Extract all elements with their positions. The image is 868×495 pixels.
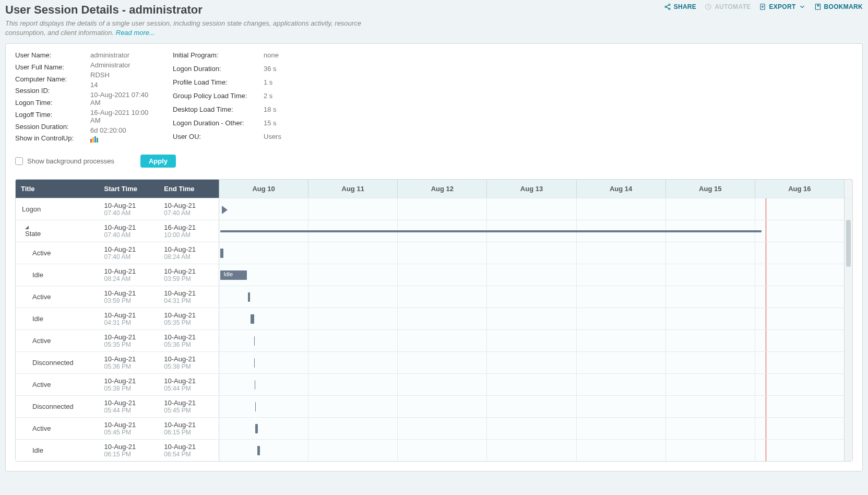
page-subtitle: This report displays the details of a si… — [5, 19, 381, 37]
apply-button[interactable]: Apply — [140, 155, 176, 168]
read-more-link[interactable]: Read more... — [116, 29, 155, 37]
timeline-bar[interactable] — [257, 446, 260, 455]
timeline-bar[interactable] — [248, 292, 250, 302]
values2-3: 2 s — [264, 92, 305, 103]
timeline-bar[interactable] — [254, 358, 255, 368]
row-left: ◢State10-Aug-2107:40 AM16-Aug-2110:00 AM — [16, 220, 219, 242]
row-start: 10-Aug-2107:40 AM — [99, 220, 159, 242]
row-title: Idle — [16, 440, 99, 461]
table-row[interactable]: Active10-Aug-2105:38 PM10-Aug-2105:44 PM — [16, 373, 852, 395]
timeline-bar[interactable] — [251, 314, 254, 324]
controlup-icon[interactable] — [90, 136, 98, 143]
row-title-text: Disconnected — [32, 359, 94, 367]
row-title: Active — [16, 374, 99, 395]
timeline-bar[interactable] — [255, 402, 256, 411]
svg-line-4 — [666, 7, 669, 9]
grid-header-left: Title Start Time End Time — [16, 180, 219, 198]
day-header-6[interactable]: Aug 16 — [755, 180, 844, 198]
table-row[interactable]: Disconnected10-Aug-2105:44 PM10-Aug-2105… — [16, 395, 852, 417]
col-title[interactable]: Title — [16, 180, 99, 198]
bookmark-button[interactable]: BOOKMARK — [814, 3, 863, 10]
table-row[interactable]: ◢State10-Aug-2107:40 AM16-Aug-2110:00 AM — [16, 220, 852, 242]
row-start: 10-Aug-2106:15 PM — [99, 440, 159, 461]
row-left: Disconnected10-Aug-2105:44 PM10-Aug-2105… — [16, 396, 219, 417]
labels2-1: Logon Duration: — [173, 65, 256, 76]
row-title-text: Active — [32, 425, 94, 432]
now-line — [766, 418, 766, 439]
row-title: Logon — [16, 198, 99, 220]
row-title-text: Disconnected — [32, 403, 94, 410]
col-end[interactable]: End Time — [159, 180, 219, 198]
now-line — [766, 440, 766, 461]
scroll-gutter-top — [844, 180, 852, 198]
table-row[interactable]: Logon10-Aug-2107:40 AM10-Aug-2107:40 AM — [16, 198, 852, 220]
values2-6: Users — [264, 133, 305, 144]
day-header-5[interactable]: Aug 15 — [666, 180, 755, 198]
day-header-2[interactable]: Aug 12 — [398, 180, 487, 198]
scroll-thumb[interactable] — [846, 220, 851, 267]
timeline-bar[interactable]: Idle — [220, 270, 246, 280]
row-timeline — [219, 352, 844, 373]
day-header-3[interactable]: Aug 13 — [487, 180, 576, 198]
table-row[interactable]: Active10-Aug-2103:59 PM10-Aug-2104:31 PM — [16, 286, 852, 308]
header-row: User Session Details - administrator Thi… — [5, 3, 863, 37]
now-line — [766, 396, 766, 417]
col-start[interactable]: Start Time — [99, 180, 159, 198]
row-title: Disconnected — [16, 396, 99, 417]
show-background-checkbox[interactable]: Show background processes — [15, 157, 114, 165]
day-header-0[interactable]: Aug 10 — [219, 180, 308, 198]
table-row[interactable]: Idle10-Aug-2106:15 PM10-Aug-2106:54 PM — [16, 439, 852, 461]
values2-1: 36 s — [264, 65, 305, 76]
chevron-down-icon[interactable] — [799, 3, 806, 10]
values1-3: 14 — [90, 81, 158, 89]
export-button[interactable]: EXPORT — [759, 3, 805, 10]
table-row[interactable]: Active10-Aug-2107:40 AM10-Aug-2108:24 AM — [16, 242, 852, 264]
timeline-bar[interactable] — [220, 249, 223, 258]
table-row[interactable]: Disconnected10-Aug-2105:36 PM10-Aug-2105… — [16, 351, 852, 373]
labels1-3: Session ID: — [15, 87, 83, 97]
timeline-bar[interactable] — [255, 424, 257, 433]
row-left: Active10-Aug-2105:38 PM10-Aug-2105:44 PM — [16, 374, 219, 395]
table-row[interactable]: Active10-Aug-2105:45 PM10-Aug-2106:15 PM — [16, 417, 852, 439]
values1-1: Administrator — [90, 61, 158, 69]
values1-5: 16-Aug-2021 10:00 AM — [90, 109, 158, 124]
now-line — [766, 198, 766, 220]
labels1-0: User Name: — [15, 51, 83, 61]
table-row[interactable]: Idle10-Aug-2108:24 AM10-Aug-2103:59 PMId… — [16, 264, 852, 286]
export-icon — [759, 3, 766, 10]
table-row[interactable]: Active10-Aug-2105:35 PM10-Aug-2105:36 PM — [16, 329, 852, 351]
day-header-1[interactable]: Aug 11 — [308, 180, 398, 198]
logon-marker-icon — [222, 206, 228, 214]
row-timeline — [219, 286, 844, 308]
page: User Session Details - administrator Thi… — [0, 0, 868, 472]
row-end: 10-Aug-2106:54 PM — [159, 440, 219, 461]
table-row[interactable]: Idle10-Aug-2104:31 PM10-Aug-2105:35 PM — [16, 308, 852, 329]
row-timeline — [219, 242, 844, 264]
timeline-bar[interactable] — [255, 380, 255, 390]
row-title-text: Idle — [32, 315, 94, 323]
collapse-caret-icon[interactable]: ◢ — [25, 225, 92, 230]
timeline-bar[interactable] — [254, 336, 255, 346]
row-start: 10-Aug-2108:24 AM — [99, 264, 159, 286]
details-labels-1: User Name:User Full Name:Computer Name:S… — [15, 51, 83, 144]
row-title-text: Active — [32, 381, 94, 388]
row-end: 16-Aug-2110:00 AM — [159, 220, 219, 242]
checkbox-label: Show background processes — [27, 157, 114, 165]
row-start: 10-Aug-2103:59 PM — [99, 286, 159, 308]
controls-row: Show background processes Apply — [15, 155, 853, 168]
subtitle-text: This report displays the details of a si… — [5, 19, 361, 37]
row-end: 10-Aug-2105:36 PM — [159, 330, 219, 351]
timeline-bar[interactable] — [220, 230, 762, 232]
now-line — [766, 330, 766, 351]
vertical-scrollbar[interactable] — [844, 218, 852, 461]
day-header-4[interactable]: Aug 14 — [577, 180, 666, 198]
values1-2: RDSH — [90, 71, 158, 79]
labels1-1: User Full Name: — [15, 63, 83, 73]
row-start: 10-Aug-2105:38 PM — [99, 374, 159, 395]
details-values-2: none36 s1 s2 s18 s15 sUsers — [264, 51, 305, 144]
values1-6: 6d 02:20:00 — [90, 126, 158, 134]
now-line — [766, 286, 766, 308]
row-end: 10-Aug-2108:24 AM — [159, 242, 219, 264]
checkbox-box[interactable] — [15, 157, 23, 165]
share-button[interactable]: SHARE — [664, 3, 697, 10]
